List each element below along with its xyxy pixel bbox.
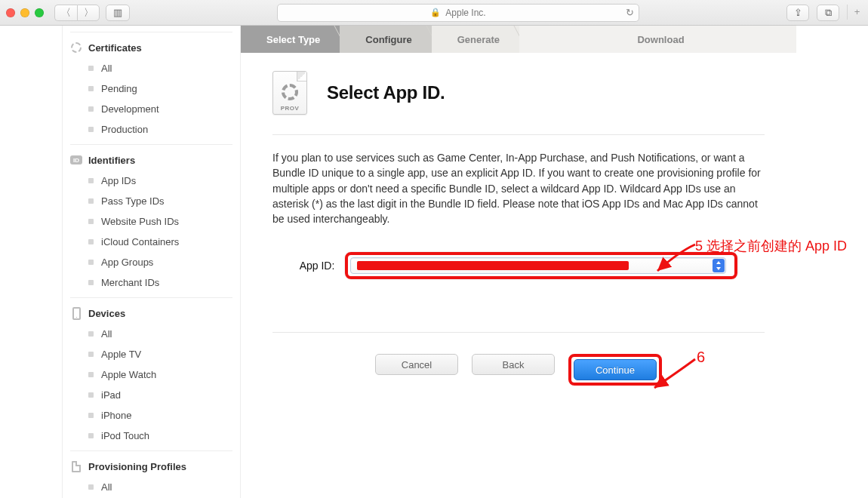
step-label: Download [637, 34, 684, 45]
sidebar-item-label: Apple Watch [101, 369, 156, 380]
step-configure: Configure [340, 26, 431, 53]
window-controls [6, 8, 44, 17]
sidebar-toggle-button[interactable]: ▥ [106, 5, 130, 21]
back-step-button[interactable]: Back [472, 354, 555, 375]
cancel-button[interactable]: Cancel [375, 354, 458, 375]
sidebar-item-apple-watch[interactable]: Apple Watch [63, 364, 240, 385]
step-generate: Generate [432, 26, 519, 53]
minimize-window-icon[interactable] [20, 8, 29, 17]
toolbar-right: ⇪ ⧉ + [786, 5, 862, 21]
app-id-select[interactable] [350, 257, 726, 274]
sidebar-item-cert-production[interactable]: Production [63, 119, 240, 140]
sidebar-item-label: All [101, 63, 112, 74]
close-window-icon[interactable] [6, 8, 15, 17]
gear-icon [282, 84, 298, 100]
browser-toolbar: 〈 〉 ▥ 🔒 Apple Inc. ↻ ⇪ ⧉ + [0, 0, 868, 26]
provisioning-icon [70, 460, 82, 472]
continue-button[interactable]: Continue [574, 359, 657, 380]
sidebar-item-app-ids[interactable]: App IDs [63, 171, 240, 191]
sidebar-section-identifiers[interactable]: ID Identifiers [63, 145, 240, 171]
zoom-window-icon[interactable] [35, 8, 44, 17]
lock-icon: 🔒 [430, 8, 441, 17]
main-panel: Select Type Configure Generate Download [241, 26, 796, 432]
sidebar-item-cert-all[interactable]: All [63, 58, 240, 78]
forward-button[interactable]: 〉 [77, 5, 100, 21]
sidebar-item-icloud-containers[interactable]: iCloud Containers [63, 232, 240, 252]
sidebar-item-prov-all[interactable]: All [63, 477, 240, 497]
provisioning-file-icon: PROV [272, 71, 307, 115]
sidebar-item-label: iPod Touch [101, 430, 149, 441]
address-bar[interactable]: 🔒 Apple Inc. ↻ [277, 4, 639, 22]
sidebar-item-label: Production [101, 124, 148, 135]
app-id-row: App ID: [272, 252, 765, 279]
portal-sidebar: Certificates All Pending Development Pro… [62, 26, 241, 498]
reload-icon[interactable]: ↻ [626, 7, 634, 18]
show-tabs-button[interactable]: ⧉ [817, 5, 839, 21]
identifiers-icon: ID [70, 154, 82, 166]
sidebar-item-cert-development[interactable]: Development [63, 99, 240, 119]
sidebar-item-app-groups[interactable]: App Groups [63, 252, 240, 272]
sidebar-item-cert-pending[interactable]: Pending [63, 78, 240, 99]
sidebar-item-apple-tv[interactable]: Apple TV [63, 344, 240, 364]
sidebar-section-label: Identifiers [88, 155, 135, 166]
step-label: Select Type [266, 34, 320, 45]
page-gutter-left [0, 26, 62, 498]
sidebar-item-devices-all[interactable]: All [63, 324, 240, 344]
sidebar-item-website-push-ids[interactable]: Website Push IDs [63, 211, 240, 232]
sidebar-item-label: All [101, 481, 112, 493]
select-caret-icon [713, 259, 725, 272]
new-tab-button[interactable]: + [847, 5, 862, 20]
sidebar-item-ipod-touch[interactable]: iPod Touch [63, 426, 240, 446]
sidebar-section-provisioning[interactable]: Provisioning Profiles [63, 451, 240, 477]
sidebar-item-merchant-ids[interactable]: Merchant IDs [63, 272, 240, 293]
step-select-type: Select Type [241, 26, 340, 53]
hero: PROV Select App ID. [272, 65, 765, 135]
sidebar-section-certificates[interactable]: Certificates [63, 32, 240, 58]
sidebar-section-label: Provisioning Profiles [88, 461, 186, 472]
sidebar-section-label: Devices [88, 308, 125, 319]
nav-buttons: 〈 〉 [54, 5, 100, 21]
certificates-icon [70, 42, 82, 54]
step-label: Generate [457, 34, 500, 45]
sidebar-section-label: Certificates [88, 42, 142, 54]
sidebar-item-label: iCloud Containers [101, 236, 179, 247]
sidebar-item-label: Development [101, 103, 159, 115]
sidebar-item-pass-type-ids[interactable]: Pass Type IDs [63, 191, 240, 211]
sidebar-item-label: Pending [101, 83, 137, 94]
sidebar-item-label: iPad [101, 389, 121, 401]
step-bar: Select Type Configure Generate Download [241, 26, 796, 53]
sidebar-section-devices[interactable]: Devices [63, 298, 240, 324]
page-title: Select App ID. [327, 82, 445, 103]
sidebar-item-label: Pass Type IDs [101, 195, 165, 207]
back-button[interactable]: 〈 [54, 5, 77, 21]
footer-actions: Cancel Back Continue [272, 332, 765, 410]
annotation-box-5 [345, 252, 737, 279]
share-button[interactable]: ⇪ [786, 5, 809, 21]
sidebar-item-label: Apple TV [101, 349, 141, 360]
description-text: If you plan to use services such as Game… [272, 135, 765, 226]
sidebar-item-label: iPhone [101, 410, 131, 421]
prov-label: PROV [281, 105, 300, 114]
sidebar-item-label: All [101, 328, 112, 340]
sidebar-item-label: App Groups [101, 257, 153, 268]
annotation-box-6: Continue [568, 354, 662, 386]
redacted-app-id [357, 261, 629, 270]
step-download: Download [519, 26, 796, 53]
app-id-label: App ID: [300, 260, 338, 272]
sidebar-item-label: Website Push IDs [101, 216, 179, 227]
devices-icon [70, 307, 82, 319]
sidebar-item-ipad[interactable]: iPad [63, 385, 240, 405]
sidebar-item-label: Merchant IDs [101, 277, 159, 288]
sidebar-item-label: App IDs [101, 175, 136, 186]
step-label: Configure [365, 34, 411, 45]
address-text: Apple Inc. [445, 8, 485, 18]
sidebar-item-iphone[interactable]: iPhone [63, 405, 240, 426]
